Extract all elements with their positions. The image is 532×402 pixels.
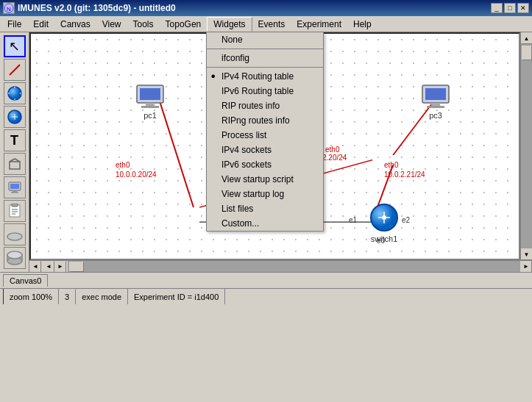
svg-rect-39 xyxy=(431,103,440,106)
menu-item-ifconfig[interactable]: ifconfig xyxy=(207,51,323,65)
switch1-e1-label: e1 xyxy=(349,216,357,224)
window-title: IMUNES v2.0 (git: 1305dc9) - untitled0 xyxy=(18,3,176,13)
svg-rect-11 xyxy=(10,162,20,169)
status-value: 3 xyxy=(59,289,76,304)
close-button[interactable]: ✕ xyxy=(517,3,529,13)
toolbar: ↖ T xyxy=(0,32,29,272)
menu-item-custom[interactable]: Custom... xyxy=(207,216,323,231)
svg-rect-35 xyxy=(146,103,155,106)
pc3-eth0-addr: 2.20/24 xyxy=(322,154,347,162)
shape-tool[interactable] xyxy=(4,153,26,175)
circle-tool[interactable] xyxy=(4,247,26,269)
menu-canvas[interactable]: Canvas xyxy=(54,17,96,32)
status-mode: exec mode xyxy=(76,289,128,304)
text-tool[interactable]: T xyxy=(4,129,26,151)
scroll-up-button[interactable]: ▲ xyxy=(521,32,533,44)
svg-line-2 xyxy=(10,65,20,75)
oval-tool[interactable] xyxy=(4,223,26,245)
menu-view[interactable]: View xyxy=(96,17,127,32)
pc3-eth0-label: eth010.0.2.21/24 xyxy=(384,160,425,179)
menu-item-none[interactable]: None xyxy=(207,32,323,47)
pc3-eth0-upper: eth0 xyxy=(325,146,339,154)
pc1-eth0-label: eth010.0.0.20/24 xyxy=(116,160,157,179)
svg-rect-34 xyxy=(140,88,160,100)
scroll-right-button[interactable]: ► xyxy=(520,261,532,273)
scroll-down-button[interactable]: ▼ xyxy=(521,248,533,260)
menu-item-ipv4-sockets[interactable]: IPv4 sockets xyxy=(207,143,323,157)
menu-item-ripng-routes[interactable]: RIPng routes info xyxy=(207,113,323,128)
svg-point-25 xyxy=(7,251,22,259)
scroll-prev-button[interactable]: ◄ xyxy=(43,261,54,273)
switch-tool[interactable] xyxy=(4,106,26,128)
menu-bar: File Edit Canvas View Tools TopoGen Widg… xyxy=(0,16,532,32)
scroll-thumb-horizontal[interactable] xyxy=(69,262,84,272)
menu-file[interactable]: File xyxy=(1,17,27,32)
scroll-next-button[interactable]: ► xyxy=(54,261,66,273)
node-pc1[interactable]: pc1 xyxy=(134,84,166,120)
svg-rect-36 xyxy=(141,106,159,108)
menu-experiment[interactable]: Experiment xyxy=(291,17,347,32)
menu-item-ipv6-routing[interactable]: IPv6 Routing table xyxy=(207,84,323,98)
menu-item-list-files[interactable]: List files xyxy=(207,201,323,216)
menu-events[interactable]: Events xyxy=(252,17,291,32)
app-icon: N xyxy=(3,2,15,14)
title-bar: N IMUNES v2.0 (git: 1305dc9) - untitled0… xyxy=(0,0,532,16)
separator-1 xyxy=(207,49,323,49)
svg-rect-40 xyxy=(427,106,444,108)
node-pc1-label: pc1 xyxy=(143,111,157,120)
maximize-button[interactable]: □ xyxy=(504,3,516,13)
select-tool[interactable]: ↖ xyxy=(4,35,26,57)
menu-item-view-startup-log[interactable]: View startup log xyxy=(207,187,323,201)
scroll-thumb-vertical[interactable] xyxy=(522,46,532,60)
scroll-left-button[interactable]: ◄ xyxy=(29,261,41,273)
svg-rect-17 xyxy=(11,192,18,193)
switch1-e2-label: e2 xyxy=(402,216,410,224)
node-pc3-label: pc3 xyxy=(429,111,442,120)
menu-item-process-list[interactable]: Process list xyxy=(207,128,323,143)
separator-2 xyxy=(207,67,323,68)
router-tool[interactable] xyxy=(4,82,26,104)
status-zoom: zoom 100% xyxy=(3,289,59,304)
svg-text:N: N xyxy=(7,6,11,12)
menu-item-ipv6-sockets[interactable]: IPv6 sockets xyxy=(207,157,323,172)
canvas-tab-bar: Canvas0 xyxy=(0,272,532,288)
menu-item-rip-routes[interactable]: RIP routes info xyxy=(207,98,323,113)
scroll-track-vertical[interactable] xyxy=(521,44,532,248)
node-pc3[interactable]: pc3 xyxy=(419,84,452,120)
menu-item-view-startup-script[interactable]: View startup script xyxy=(207,172,323,187)
scroll-track-horizontal[interactable] xyxy=(68,261,520,272)
svg-rect-38 xyxy=(425,88,446,100)
menu-item-ipv4-routing[interactable]: • IPv4 Routing table xyxy=(207,69,323,84)
svg-rect-19 xyxy=(12,204,18,207)
svg-point-23 xyxy=(7,233,22,240)
notepad-tool[interactable] xyxy=(4,200,26,222)
menu-tools[interactable]: Tools xyxy=(127,17,160,32)
widgets-dropdown: None ifconfig • IPv4 Routing table IPv6 … xyxy=(206,32,324,231)
computer-tool[interactable] xyxy=(4,176,26,198)
minimize-button[interactable]: _ xyxy=(491,3,503,13)
menu-edit[interactable]: Edit xyxy=(27,17,54,32)
svg-rect-16 xyxy=(13,190,17,192)
window-controls[interactable]: _ □ ✕ xyxy=(491,3,529,13)
svg-point-44 xyxy=(382,215,386,220)
status-experiment: Experiment ID = i1d400 xyxy=(128,289,225,304)
horizontal-scrollbar[interactable]: ◄ ◄ ► ► xyxy=(29,260,532,272)
status-bar: zoom 100% 3 exec mode Experiment ID = i1… xyxy=(0,288,532,304)
svg-rect-15 xyxy=(10,184,19,189)
vertical-scrollbar[interactable]: ▲ ▼ xyxy=(520,32,532,260)
menu-widgets[interactable]: Widgets xyxy=(207,17,252,32)
switch1-e0-label: e0 xyxy=(377,237,385,245)
menu-topogen[interactable]: TopoGen xyxy=(160,17,208,32)
svg-point-3 xyxy=(8,87,21,100)
canvas-tab[interactable]: Canvas0 xyxy=(3,274,48,287)
menu-help[interactable]: Help xyxy=(347,17,377,32)
link-tool[interactable] xyxy=(4,59,26,81)
